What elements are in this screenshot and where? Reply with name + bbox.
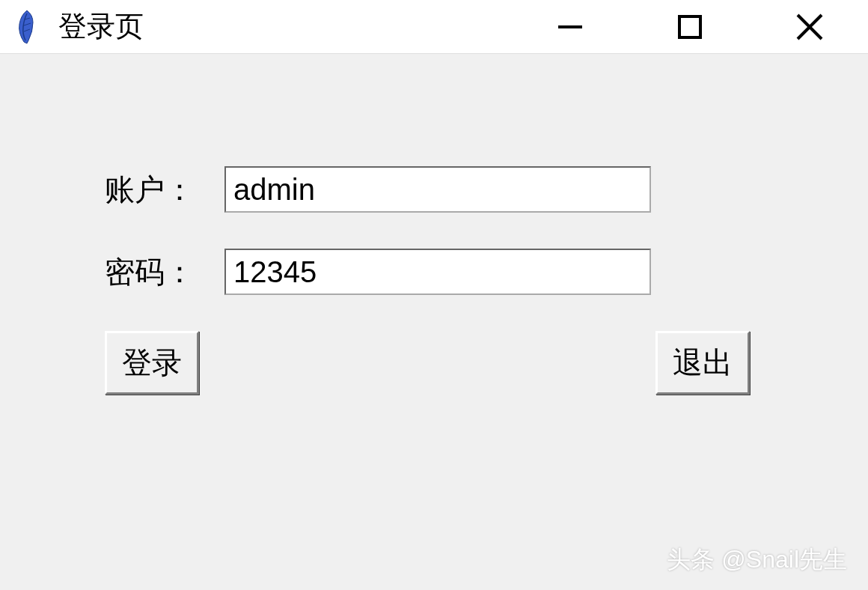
svg-rect-4 bbox=[679, 16, 700, 37]
maximize-button[interactable] bbox=[667, 4, 712, 49]
titlebar: 登录页 bbox=[0, 0, 868, 54]
login-button[interactable]: 登录 bbox=[105, 331, 199, 395]
password-label: 密码： bbox=[105, 252, 224, 293]
close-button[interactable] bbox=[787, 4, 832, 49]
maximize-icon bbox=[675, 12, 705, 42]
window-title: 登录页 bbox=[58, 7, 548, 46]
account-label: 账户： bbox=[105, 169, 224, 210]
window-controls bbox=[548, 4, 862, 49]
password-input[interactable] bbox=[224, 249, 651, 295]
account-row: 账户： bbox=[105, 166, 763, 213]
client-area: 账户： 密码： 登录 退出 bbox=[0, 54, 868, 590]
tkinter-feather-icon bbox=[13, 9, 40, 45]
password-row: 密码： bbox=[105, 249, 763, 295]
minimize-button[interactable] bbox=[548, 4, 593, 49]
close-icon bbox=[793, 10, 826, 43]
login-window: 登录页 账户： bbox=[0, 0, 868, 590]
watermark-text: 头条 @Snail先生 bbox=[667, 544, 847, 577]
exit-button[interactable]: 退出 bbox=[655, 331, 750, 395]
minimize-icon bbox=[555, 12, 585, 42]
button-row: 登录 退出 bbox=[105, 331, 750, 395]
account-input[interactable] bbox=[224, 166, 651, 213]
